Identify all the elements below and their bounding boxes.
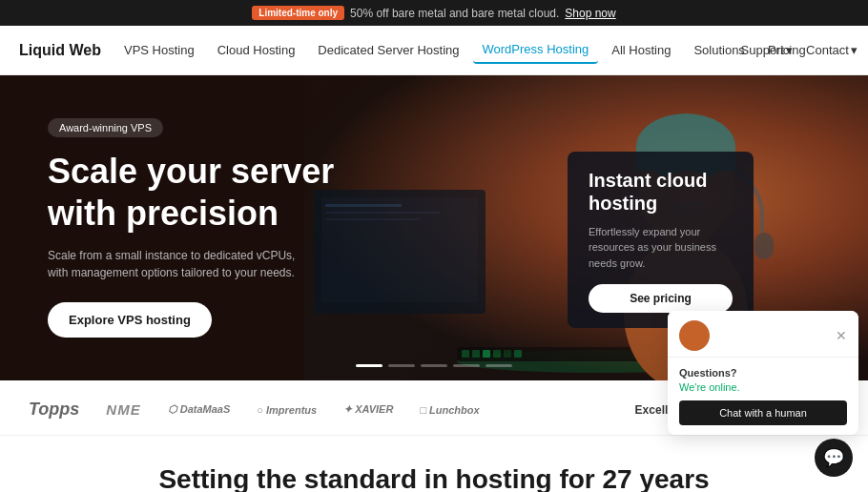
nav-wordpress-hosting[interactable]: WordPress Hosting	[473, 36, 599, 64]
dot-5[interactable]	[486, 364, 512, 367]
svg-rect-9	[483, 350, 490, 358]
chat-widget: ✕ Questions? We're online. Chat with a h…	[668, 311, 858, 435]
svg-rect-12	[514, 350, 522, 358]
main-title: Setting the standard in hosting for 27 y…	[48, 464, 820, 492]
brand-xavier: ✦ XAVIER	[343, 403, 393, 416]
nav-all-hosting[interactable]: All Hosting	[602, 37, 680, 63]
svg-rect-11	[504, 350, 511, 358]
chat-close-button[interactable]: ✕	[836, 328, 847, 343]
nav-vps-hosting[interactable]: VPS Hosting	[114, 37, 204, 63]
announcement-bar: Limited-time only 50% off bare metal and…	[0, 0, 868, 26]
chat-online-status: We're online.	[679, 381, 847, 393]
brand-topps: Topps	[29, 400, 79, 420]
cloud-card-title: Instant cloud hosting	[589, 169, 733, 215]
dot-4[interactable]	[453, 364, 480, 367]
cloud-hosting-card: Instant cloud hosting Effortlessly expan…	[568, 152, 754, 329]
brand-imprentus: ○ Imprentus	[257, 404, 317, 416]
hero-cta-button[interactable]: Explore VPS hosting	[48, 302, 212, 338]
announcement-badge: Limited-time only	[252, 6, 344, 20]
support-link[interactable]: Support ▾	[741, 43, 794, 57]
cloud-card-text: Effortlessly expand your resources as yo…	[589, 224, 733, 272]
svg-rect-7	[462, 350, 469, 358]
dot-1[interactable]	[356, 364, 382, 367]
chat-avatar	[679, 320, 710, 351]
contact-link[interactable]: Contact ▾	[806, 43, 858, 57]
nav-dedicated-server[interactable]: Dedicated Server Hosting	[308, 37, 468, 63]
brand-nme: NME	[106, 401, 140, 418]
shop-link[interactable]: Shop now	[565, 7, 615, 20]
main-nav: Liquid Web VPS Hosting Cloud Hosting Ded…	[0, 26, 868, 75]
brand-lunchbox: □ Lunchbox	[420, 404, 479, 416]
nav-right: Support ▾ Contact ▾ 🔍 🛒 Log in	[816, 36, 868, 65]
hero-content: Award-winning VPS Scale your server with…	[0, 118, 362, 337]
chat-bubble[interactable]: 💬	[815, 439, 853, 477]
chat-header: ✕	[668, 311, 858, 358]
chat-button[interactable]: Chat with a human	[679, 400, 847, 425]
announcement-text: 50% off bare metal and bare metal cloud.	[350, 7, 559, 20]
main-section: Setting the standard in hosting for 27 y…	[0, 436, 868, 492]
hero-subtitle: Scale from a small instance to dedicated…	[48, 247, 296, 281]
brand-logos: Topps NME ⬡ DataMaaS ○ Imprentus ✦ XAVIE…	[29, 400, 480, 420]
hero-dots	[356, 364, 512, 367]
chat-question: Questions?	[679, 367, 847, 379]
svg-rect-10	[493, 350, 501, 358]
hero-badge: Award-winning VPS	[48, 118, 163, 137]
svg-rect-20	[754, 233, 774, 259]
chat-body: Questions? We're online. Chat with a hum…	[668, 358, 858, 435]
hero-title: Scale your server with precision	[48, 151, 362, 233]
brand-datamaas: ⬡ DataMaaS	[168, 403, 231, 416]
nav-links: VPS Hosting Cloud Hosting Dedicated Serv…	[114, 36, 816, 64]
logo: Liquid Web	[19, 42, 114, 59]
svg-rect-8	[472, 350, 480, 358]
dot-3[interactable]	[421, 364, 447, 367]
cloud-card-button[interactable]: See pricing	[589, 284, 733, 313]
nav-cloud-hosting[interactable]: Cloud Hosting	[208, 37, 305, 63]
dot-2[interactable]	[388, 364, 415, 367]
